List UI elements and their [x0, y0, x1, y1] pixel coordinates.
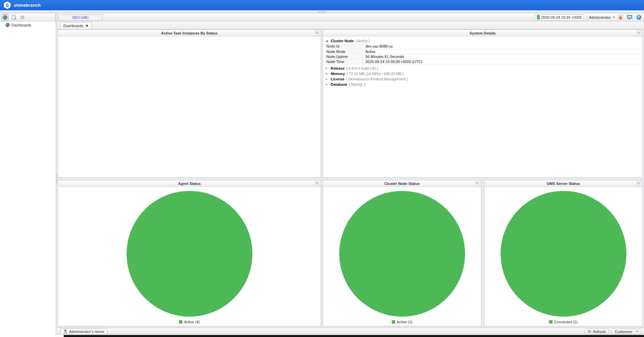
header-collapse-strip — [0, 10, 644, 13]
tree-node-label: Database — [331, 82, 347, 86]
collapsed-triangle-icon[interactable]: ▶ — [326, 78, 329, 80]
tree-node-value: { 73.16 MB (14.69%) / 498.00 MB } — [346, 72, 404, 76]
home-button[interactable] — [617, 14, 624, 21]
tree-node-cluster[interactable]: ◢ Cluster Node { Active } — [326, 38, 640, 44]
customize-dropdown-button[interactable]: Customize ▼ — [611, 329, 642, 335]
refresh-icon: ↻ — [588, 330, 591, 334]
monitor-icon — [627, 15, 632, 20]
collapsed-sections: ▶ Release { 6.9.0.0 build.142 } ▶ Memory… — [326, 66, 640, 87]
panel-body-empty-chart — [58, 37, 321, 177]
row-label: Node Uptime — [326, 54, 363, 59]
pie-slice-connected[interactable] — [500, 191, 626, 317]
close-icon[interactable]: ✖ — [86, 24, 88, 27]
horizontal-splitter-grip[interactable] — [318, 11, 327, 12]
tree-node-release[interactable]: ▶ Release { 6.9.0.0 build.142 } — [326, 66, 640, 71]
tree-node-memory[interactable]: ▶ Memory { 73.16 MB (14.69%) / 498.00 MB… — [326, 71, 640, 76]
panel-header[interactable]: Cluster Node Status ↻ — [323, 180, 481, 187]
system-button[interactable] — [626, 14, 633, 21]
sidebar-toolbar: ⚙ — [0, 13, 56, 21]
tree-node-value: { Active } — [355, 39, 370, 43]
sidebar-item-dashboards[interactable]: Dashboards — [0, 21, 56, 27]
toolbar-right-group: 2020-09-24 15:39 +0000 Administrator ▼ — [535, 14, 644, 21]
dashboard-tab-administrators-home[interactable]: Administrator's Home — [60, 329, 107, 335]
server-status-square — [537, 15, 540, 19]
reports-view-button[interactable] — [10, 14, 17, 21]
person-icon — [63, 329, 67, 334]
row-value: 2020-09-24 15:39:09 +0000 (UTC) — [363, 59, 640, 64]
pie-slice-active[interactable] — [126, 191, 252, 317]
tree-node-label: Memory — [331, 72, 345, 76]
stonebranch-logo-icon: S — [3, 1, 11, 9]
panel-title: Active Task Instances By Status — [161, 31, 218, 35]
pie-chart-icon — [5, 23, 10, 27]
help-icon: ? — [636, 15, 641, 20]
dashboards-view-button[interactable] — [2, 14, 8, 21]
pie-chart-icon — [3, 15, 7, 20]
settings-button[interactable]: ⚙ — [19, 14, 26, 21]
cluster-status-chart: Active (1) — [323, 187, 481, 326]
panel-title: Cluster Node Status — [384, 182, 420, 186]
pie-slice-active[interactable] — [339, 191, 465, 317]
tab-dashboards[interactable]: Dashboards ✖ — [60, 22, 92, 29]
brand-name: stonebranch — [14, 3, 41, 8]
panel-cluster-node-status: Cluster Node Status ↻ Active (1) — [323, 180, 481, 326]
tree-node-license[interactable]: ▶ License { Stonebranch Product Manageme… — [326, 76, 640, 82]
collapsed-triangle-icon[interactable]: ▶ — [326, 67, 329, 70]
refresh-icon[interactable]: ↻ — [475, 181, 480, 186]
refresh-icon[interactable]: ↻ — [636, 181, 641, 186]
collapsed-triangle-icon[interactable]: ▶ — [326, 72, 329, 75]
row-value: 56 Minutes 51 Seconds — [363, 54, 640, 59]
panel-system-details: System Details ↻ ◢ Cluster Node { Active… — [323, 29, 643, 178]
tree-node-label: License — [331, 77, 344, 81]
panel-title: Agent Status — [178, 182, 201, 186]
panel-title: System Details — [470, 31, 496, 35]
user-name: Administrator — [589, 15, 611, 19]
document-edit-icon — [11, 15, 16, 20]
tree-node-database[interactable]: ▶ Database { MySQL } — [326, 82, 640, 87]
panel-header[interactable]: OMS Server Status ↻ — [484, 180, 642, 187]
table-row: Node Time 2020-09-24 15:39:09 +0000 (UTC… — [326, 59, 640, 64]
expanded-triangle-icon[interactable]: ◢ — [326, 40, 329, 42]
chevron-down-icon: ▼ — [636, 330, 638, 333]
refresh-icon[interactable]: ↻ — [315, 181, 320, 186]
content-tabbar: Dashboards ✖ — [57, 21, 644, 29]
logo-letter: S — [6, 3, 9, 8]
table-row: Node Mode Active — [326, 49, 640, 54]
bottom-edge-strip — [64, 335, 644, 337]
row-value: Active — [363, 49, 640, 54]
panel-agent-status: Agent Status ↻ Active (4) — [58, 180, 321, 326]
panel-header[interactable]: Active Task Instances By Status ↻ — [58, 30, 321, 37]
chevron-down-icon: ▼ — [612, 16, 615, 18]
environment-label: DEV-UAC — [72, 15, 89, 19]
toolbar-separator — [586, 15, 587, 20]
row-value: dev-uac:8080-uc — [363, 44, 640, 49]
tree-node-value: { MySQL } — [349, 82, 366, 86]
panel-oms-server-status: OMS Server Status ↻ Connected (1) — [484, 180, 643, 326]
chart-legend: Active (1) — [323, 320, 481, 324]
server-timestamp: 2020-09-24 15:39 +0000 — [541, 15, 582, 19]
dashboard-tab-label: Administrator's Home — [69, 330, 104, 334]
panel-title: OMS Server Status — [547, 182, 580, 186]
legend-label: Connected (1) — [554, 320, 578, 324]
panel-header[interactable]: Agent Status ↻ — [58, 180, 321, 187]
collapsed-triangle-icon[interactable]: ▶ — [326, 83, 329, 86]
legend-label: Active (4) — [184, 320, 200, 324]
legend-swatch — [392, 320, 395, 324]
table-row: Node Uptime 56 Minutes 51 Seconds — [326, 54, 640, 59]
legend-swatch — [549, 320, 552, 324]
refresh-icon[interactable]: ↻ — [315, 30, 320, 36]
dashboard-footer-toolbar: Administrator's Home ↻ Refresh Customize… — [57, 328, 644, 335]
panel-header[interactable]: System Details ↻ — [323, 30, 642, 37]
user-menu[interactable]: Administrator ▼ — [589, 15, 615, 19]
system-details-tree: ◢ Cluster Node { Active } Node Id dev-ua… — [323, 37, 642, 177]
chart-legend: Active (4) — [58, 320, 321, 324]
tree-node-value: { Stonebranch Product Management } — [346, 77, 408, 81]
help-button[interactable]: ? — [635, 14, 642, 21]
chart-legend: Connected (1) — [484, 320, 642, 324]
sidebar-item-label: Dashboards — [11, 23, 31, 27]
panel-active-task-instances: Active Task Instances By Status ↻ — [58, 29, 321, 178]
row-label: Node Mode — [326, 49, 363, 54]
refresh-button[interactable]: ↻ Refresh — [585, 329, 609, 335]
refresh-button-label: Refresh — [593, 330, 606, 334]
refresh-icon[interactable]: ↻ — [636, 30, 641, 36]
